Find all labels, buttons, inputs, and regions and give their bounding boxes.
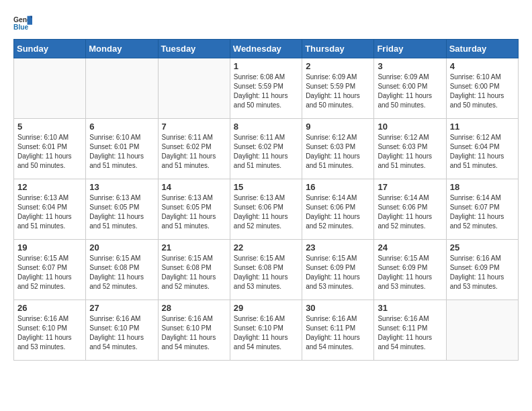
day-info: Sunrise: 6:16 AM Sunset: 6:10 PM Dayligh… [17, 314, 82, 352]
header-tuesday: Tuesday [158, 40, 230, 58]
day-number: 8 [234, 122, 298, 132]
calendar-cell: 4Sunrise: 6:10 AM Sunset: 6:00 PM Daylig… [446, 58, 518, 119]
day-number: 25 [450, 242, 515, 253]
header-friday: Friday [374, 40, 446, 58]
calendar-cell: 22Sunrise: 6:15 AM Sunset: 6:08 PM Dayli… [230, 240, 302, 300]
day-number: 31 [378, 303, 442, 313]
day-info: Sunrise: 6:10 AM Sunset: 6:01 PM Dayligh… [89, 133, 154, 171]
day-number: 17 [378, 182, 442, 192]
header-sunday: Sunday [14, 40, 86, 58]
day-number: 4 [450, 61, 515, 71]
calendar-cell: 18Sunrise: 6:14 AM Sunset: 6:07 PM Dayli… [446, 179, 518, 240]
day-info: Sunrise: 6:16 AM Sunset: 6:11 PM Dayligh… [378, 314, 442, 352]
day-number: 24 [378, 242, 442, 253]
week-row-5: 26Sunrise: 6:16 AM Sunset: 6:10 PM Dayli… [14, 300, 519, 361]
header-wednesday: Wednesday [230, 40, 302, 58]
day-number: 28 [162, 303, 226, 313]
calendar-cell: 1Sunrise: 6:08 AM Sunset: 5:59 PM Daylig… [230, 58, 302, 119]
calendar-cell: 25Sunrise: 6:16 AM Sunset: 6:09 PM Dayli… [446, 240, 518, 300]
calendar-cell: 31Sunrise: 6:16 AM Sunset: 6:11 PM Dayli… [374, 300, 446, 361]
day-number: 19 [17, 242, 82, 253]
calendar-cell: 6Sunrise: 6:10 AM Sunset: 6:01 PM Daylig… [86, 119, 158, 179]
day-number: 21 [162, 242, 226, 253]
day-info: Sunrise: 6:13 AM Sunset: 6:06 PM Dayligh… [234, 193, 298, 231]
day-number: 30 [306, 303, 370, 313]
week-row-3: 12Sunrise: 6:13 AM Sunset: 6:04 PM Dayli… [14, 179, 519, 240]
day-info: Sunrise: 6:11 AM Sunset: 6:02 PM Dayligh… [162, 133, 226, 171]
day-info: Sunrise: 6:14 AM Sunset: 6:06 PM Dayligh… [306, 193, 370, 231]
calendar-cell: 26Sunrise: 6:16 AM Sunset: 6:10 PM Dayli… [14, 300, 86, 361]
calendar-cell: 27Sunrise: 6:16 AM Sunset: 6:10 PM Dayli… [86, 300, 158, 361]
header: General Blue [13, 13, 519, 32]
calendar-cell: 11Sunrise: 6:12 AM Sunset: 6:04 PM Dayli… [446, 119, 518, 179]
calendar-cell: 2Sunrise: 6:09 AM Sunset: 5:59 PM Daylig… [302, 58, 374, 119]
day-number: 3 [378, 61, 442, 71]
day-number: 26 [17, 303, 82, 313]
calendar-cell: 7Sunrise: 6:11 AM Sunset: 6:02 PM Daylig… [158, 119, 230, 179]
week-row-4: 19Sunrise: 6:15 AM Sunset: 6:07 PM Dayli… [14, 240, 519, 300]
day-number: 5 [17, 122, 82, 132]
calendar-cell: 17Sunrise: 6:14 AM Sunset: 6:06 PM Dayli… [374, 179, 446, 240]
day-number: 29 [234, 303, 298, 313]
logo-icon: General Blue [13, 13, 32, 32]
day-number: 23 [306, 242, 370, 253]
calendar-cell: 19Sunrise: 6:15 AM Sunset: 6:07 PM Dayli… [14, 240, 86, 300]
logo: General Blue [13, 13, 32, 32]
day-info: Sunrise: 6:14 AM Sunset: 6:07 PM Dayligh… [450, 193, 515, 231]
day-info: Sunrise: 6:15 AM Sunset: 6:08 PM Dayligh… [234, 254, 298, 291]
day-info: Sunrise: 6:15 AM Sunset: 6:09 PM Dayligh… [378, 254, 442, 291]
day-info: Sunrise: 6:13 AM Sunset: 6:04 PM Dayligh… [17, 193, 82, 231]
day-number: 11 [450, 122, 515, 132]
day-number: 16 [306, 182, 370, 192]
svg-text:Blue: Blue [13, 24, 29, 31]
calendar-cell: 20Sunrise: 6:15 AM Sunset: 6:08 PM Dayli… [86, 240, 158, 300]
calendar-cell: 9Sunrise: 6:12 AM Sunset: 6:03 PM Daylig… [302, 119, 374, 179]
day-info: Sunrise: 6:08 AM Sunset: 5:59 PM Dayligh… [234, 73, 298, 110]
day-info: Sunrise: 6:13 AM Sunset: 6:05 PM Dayligh… [162, 193, 226, 231]
calendar-cell: 16Sunrise: 6:14 AM Sunset: 6:06 PM Dayli… [302, 179, 374, 240]
calendar-cell: 10Sunrise: 6:12 AM Sunset: 6:03 PM Dayli… [374, 119, 446, 179]
day-info: Sunrise: 6:10 AM Sunset: 6:01 PM Dayligh… [17, 133, 82, 171]
week-row-2: 5Sunrise: 6:10 AM Sunset: 6:01 PM Daylig… [14, 119, 519, 179]
day-info: Sunrise: 6:15 AM Sunset: 6:09 PM Dayligh… [306, 254, 370, 291]
calendar-table: Sunday Monday Tuesday Wednesday Thursday… [13, 39, 519, 361]
day-info: Sunrise: 6:13 AM Sunset: 6:05 PM Dayligh… [89, 193, 154, 231]
calendar-cell [14, 58, 86, 119]
calendar-cell [158, 58, 230, 119]
calendar-cell: 21Sunrise: 6:15 AM Sunset: 6:08 PM Dayli… [158, 240, 230, 300]
weekday-header-row: Sunday Monday Tuesday Wednesday Thursday… [14, 40, 519, 58]
day-info: Sunrise: 6:16 AM Sunset: 6:10 PM Dayligh… [89, 314, 154, 352]
day-info: Sunrise: 6:16 AM Sunset: 6:11 PM Dayligh… [306, 314, 370, 352]
calendar-cell: 14Sunrise: 6:13 AM Sunset: 6:05 PM Dayli… [158, 179, 230, 240]
calendar-cell: 13Sunrise: 6:13 AM Sunset: 6:05 PM Dayli… [86, 179, 158, 240]
day-number: 27 [89, 303, 154, 313]
header-saturday: Saturday [446, 40, 518, 58]
day-number: 7 [162, 122, 226, 132]
calendar-cell [446, 300, 518, 361]
day-info: Sunrise: 6:15 AM Sunset: 6:08 PM Dayligh… [162, 254, 226, 291]
calendar-cell: 12Sunrise: 6:13 AM Sunset: 6:04 PM Dayli… [14, 179, 86, 240]
day-number: 13 [89, 182, 154, 192]
day-info: Sunrise: 6:16 AM Sunset: 6:10 PM Dayligh… [234, 314, 298, 352]
day-number: 14 [162, 182, 226, 192]
calendar-cell: 15Sunrise: 6:13 AM Sunset: 6:06 PM Dayli… [230, 179, 302, 240]
calendar-cell: 23Sunrise: 6:15 AM Sunset: 6:09 PM Dayli… [302, 240, 374, 300]
day-number: 22 [234, 242, 298, 253]
week-row-1: 1Sunrise: 6:08 AM Sunset: 5:59 PM Daylig… [14, 58, 519, 119]
day-info: Sunrise: 6:15 AM Sunset: 6:08 PM Dayligh… [89, 254, 154, 291]
day-number: 12 [17, 182, 82, 192]
calendar-cell: 3Sunrise: 6:09 AM Sunset: 6:00 PM Daylig… [374, 58, 446, 119]
calendar-cell: 8Sunrise: 6:11 AM Sunset: 6:02 PM Daylig… [230, 119, 302, 179]
calendar-cell: 24Sunrise: 6:15 AM Sunset: 6:09 PM Dayli… [374, 240, 446, 300]
header-thursday: Thursday [302, 40, 374, 58]
day-info: Sunrise: 6:11 AM Sunset: 6:02 PM Dayligh… [234, 133, 298, 171]
calendar-cell [86, 58, 158, 119]
day-info: Sunrise: 6:16 AM Sunset: 6:10 PM Dayligh… [162, 314, 226, 352]
day-number: 2 [306, 61, 370, 71]
header-monday: Monday [86, 40, 158, 58]
day-number: 20 [89, 242, 154, 253]
day-number: 10 [378, 122, 442, 132]
calendar-cell: 29Sunrise: 6:16 AM Sunset: 6:10 PM Dayli… [230, 300, 302, 361]
day-number: 6 [89, 122, 154, 132]
calendar-cell: 30Sunrise: 6:16 AM Sunset: 6:11 PM Dayli… [302, 300, 374, 361]
